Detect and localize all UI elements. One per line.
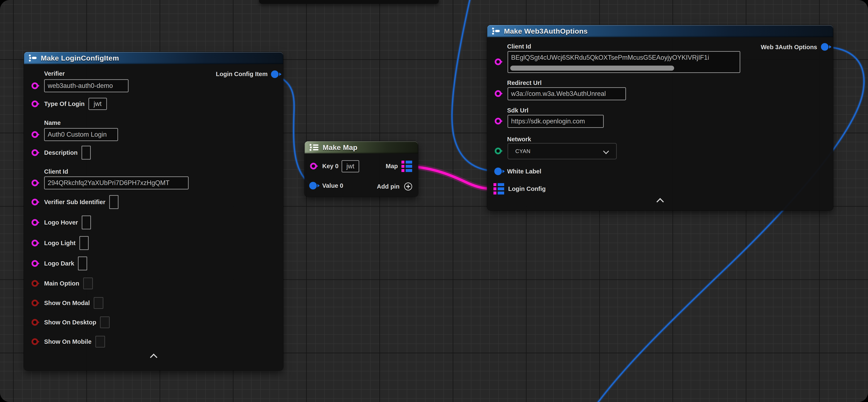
network-dropdown[interactable]: CYAN <box>507 143 617 160</box>
network-selected-value: CYAN <box>515 148 530 154</box>
chevron-up-icon <box>656 198 664 205</box>
client-id-label: Client Id <box>507 43 531 50</box>
field-label: Verifier <box>44 70 65 77</box>
blueprint-editor: Make LoginConfigItem Login Config Item V… <box>0 0 868 402</box>
add-pin-button[interactable] <box>404 182 412 191</box>
network-label: Network <box>507 136 531 143</box>
node-header-make-map[interactable]: Make Map <box>305 141 418 153</box>
make-struct-icon <box>491 27 501 35</box>
pin-client-id[interactable] <box>495 58 501 65</box>
field-label: Name <box>44 119 61 126</box>
type-of-login-input[interactable]: jwt <box>88 98 107 110</box>
node-title: Make Map <box>323 143 358 151</box>
field-label: Show On Modal <box>44 299 90 307</box>
key-0-label: Key 0 <box>322 163 338 170</box>
pin-show-on-desktop[interactable] <box>32 319 38 326</box>
pin-map-output[interactable] <box>401 161 412 172</box>
pin-logo-dark[interactable] <box>32 260 38 267</box>
pin-key-0[interactable] <box>310 163 317 169</box>
output-label: Login Config Item <box>216 70 268 78</box>
sdk-url-label: Sdk Url <box>507 107 529 114</box>
make-struct-icon <box>28 54 37 62</box>
pin-web3auth-options-output[interactable] <box>821 43 829 51</box>
pin-logo-hover[interactable] <box>32 219 38 226</box>
login-config-label: Login Config <box>508 185 546 192</box>
collapse-node-button[interactable] <box>149 353 158 359</box>
output-login-config-item: Login Config Item <box>216 70 268 78</box>
pin-type-of-login[interactable] <box>32 100 38 107</box>
client-id-text: BEglQSgt4cUWcj6SKRdu5QkOXTsePmMcusG5EAoy… <box>511 54 709 61</box>
show-on-desktop-checkbox[interactable] <box>100 316 110 328</box>
node-header-make-web3authoptions[interactable]: Make Web3AuthOptions <box>487 25 833 37</box>
field-name: Name Auth0 Custom Login <box>24 119 118 141</box>
white-label-label: White Label <box>507 168 541 175</box>
field-label: Logo Hover <box>44 219 78 226</box>
node-header-make-loginconfigitem[interactable]: Make LoginConfigItem <box>24 52 283 64</box>
node-title: Make LoginConfigItem <box>41 54 119 62</box>
pin-white-label[interactable] <box>494 168 502 175</box>
node-title: Make Web3AuthOptions <box>504 27 588 35</box>
redirect-url-input[interactable]: w3a://com.w3a.Web3AuthUnreal <box>507 87 626 100</box>
node-make-map[interactable]: Make Map Key 0 jwt Map Value 0 Add pin <box>305 141 418 197</box>
show-on-mobile-checkbox[interactable] <box>95 336 105 348</box>
field-label: Logo Dark <box>44 260 74 267</box>
collapse-node-button[interactable] <box>656 197 665 204</box>
description-input[interactable] <box>82 146 91 160</box>
pin-sdk-url[interactable] <box>495 118 501 124</box>
field-label: Type Of Login <box>44 100 85 108</box>
pin-value-0[interactable] <box>309 182 317 190</box>
pin-login-config[interactable] <box>493 183 504 195</box>
node-make-loginconfigitem[interactable]: Make LoginConfigItem Login Config Item V… <box>24 52 283 370</box>
value-0-label: Value 0 <box>322 182 343 189</box>
pin-client-id[interactable] <box>32 179 38 186</box>
main-option-checkbox[interactable] <box>83 278 93 289</box>
field-label: Logo Light <box>44 239 75 247</box>
field-label: Show On Desktop <box>44 319 96 326</box>
key-0-input[interactable]: jwt <box>342 160 359 172</box>
field-label: Client Id <box>44 168 68 175</box>
field-label: Show On Mobile <box>44 338 92 345</box>
node-make-web3authoptions[interactable]: Make Web3AuthOptions Web 3Auth Options C… <box>487 25 833 210</box>
add-pin-label: Add pin <box>377 183 400 190</box>
verifier-input[interactable]: web3auth-auth0-demo <box>44 79 129 92</box>
field-client-id: Client Id 294QRkchfq2YaXUbPri7D6PH7xzHgQ… <box>24 168 189 190</box>
pin-login-config-item-output[interactable] <box>271 70 279 78</box>
pin-show-on-modal[interactable] <box>32 299 38 306</box>
logo-dark-input[interactable] <box>78 257 87 270</box>
field-label: Verifier Sub Identifier <box>44 199 105 206</box>
field-verifier: Verifier web3auth-auth0-demo <box>24 70 129 92</box>
output-label: Web 3Auth Options <box>761 44 817 51</box>
name-input[interactable]: Auth0 Custom Login <box>44 128 118 141</box>
pin-name[interactable] <box>32 131 38 138</box>
redirect-url-label: Redirect Url <box>507 79 541 86</box>
sdk-url-input[interactable]: https://sdk.openlogin.com <box>507 115 604 128</box>
client-id-input[interactable]: BEglQSgt4cUWcj6SKRdu5QkOXTsePmMcusG5EAoy… <box>507 51 740 73</box>
pin-main-option[interactable] <box>32 280 38 287</box>
field-label: Main Option <box>44 280 80 287</box>
pin-redirect-url[interactable] <box>495 90 501 97</box>
chevron-up-icon <box>150 354 157 361</box>
pin-network[interactable] <box>495 148 501 154</box>
pin-description[interactable] <box>32 149 38 156</box>
pin-verifier[interactable] <box>32 82 38 89</box>
pin-show-on-mobile[interactable] <box>32 338 38 345</box>
horizontal-scrollbar[interactable] <box>510 66 674 70</box>
pin-verifier-sub-identifier[interactable] <box>32 199 38 205</box>
make-container-icon <box>309 143 319 151</box>
verifier-sub-identifier-input[interactable] <box>109 195 119 209</box>
client-id-input[interactable]: 294QRkchfq2YaXUbPri7D6PH7xzHgQMT <box>44 176 189 190</box>
offscreen-node-edge[interactable] <box>259 0 439 4</box>
logo-hover-input[interactable] <box>82 216 91 229</box>
logo-light-input[interactable] <box>80 236 89 250</box>
field-label: Description <box>44 149 78 156</box>
map-output-label: Map <box>386 163 398 170</box>
chevron-down-icon <box>603 148 609 154</box>
show-on-modal-checkbox[interactable] <box>94 297 103 309</box>
graph-canvas[interactable]: Make LoginConfigItem Login Config Item V… <box>0 0 868 402</box>
pin-logo-light[interactable] <box>32 240 38 247</box>
